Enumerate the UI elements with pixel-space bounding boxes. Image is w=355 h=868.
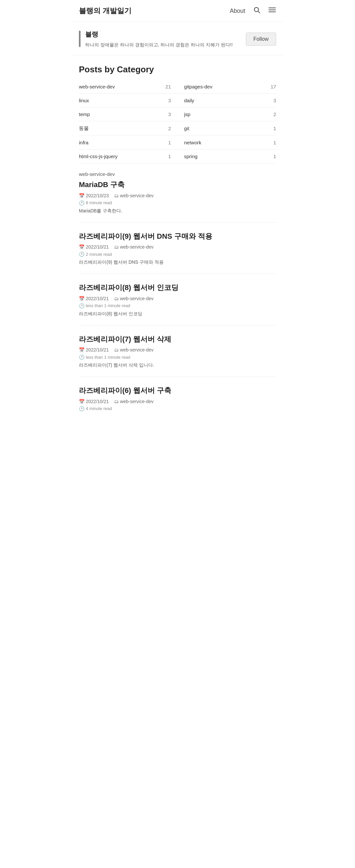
article-title[interactable]: 라즈베리파이(6) 웹서버 구축 bbox=[79, 386, 276, 396]
clock-icon: 🕐 bbox=[79, 406, 85, 411]
category-count: 2 bbox=[273, 112, 276, 117]
category-count: 17 bbox=[270, 84, 276, 89]
folder-icon: 🗂 bbox=[114, 296, 119, 301]
category-row-4: 동물 2 git 1 bbox=[79, 121, 276, 136]
header-nav: About bbox=[230, 6, 276, 16]
article-read-time: 🕐 2 minute read bbox=[79, 251, 276, 257]
date-text: 2022/10/21 bbox=[86, 244, 109, 250]
article-read-time: 🕐 less than 1 minute read bbox=[79, 303, 276, 308]
profile-info: 블랭 하나의 장애물은 하나의 경험이되고, 하나의 경험은 하나의 지혜가 된… bbox=[85, 30, 240, 48]
category-text: web-service-dev bbox=[120, 193, 154, 198]
article-title[interactable]: 라즈베리파이(7) 웹서버 삭제 bbox=[79, 335, 276, 344]
category-text: web-service-dev bbox=[120, 244, 154, 250]
category-count: 3 bbox=[168, 98, 171, 103]
category-name: network bbox=[184, 140, 201, 145]
category-name: 동물 bbox=[79, 125, 89, 131]
article-title[interactable]: MariaDB 구축 bbox=[79, 180, 276, 190]
clock-icon: 🕐 bbox=[79, 303, 85, 308]
calendar-icon: 📅 bbox=[79, 347, 85, 352]
category-item-daily[interactable]: daily 3 bbox=[178, 94, 276, 107]
search-icon[interactable] bbox=[253, 6, 260, 16]
article-date: 📅 2022/10/21 bbox=[79, 296, 109, 301]
calendar-icon: 📅 bbox=[79, 399, 85, 404]
article-meta: 📅 2022/10/21 🗂 web-service-dev bbox=[79, 244, 276, 250]
read-time-text: less than 1 minute read bbox=[86, 355, 130, 360]
category-count: 1 bbox=[168, 140, 171, 145]
category-item-spring[interactable]: spring 1 bbox=[178, 150, 276, 163]
profile-description: 하나의 장애물은 하나의 경험이되고, 하나의 경험은 하나의 지혜가 된다!! bbox=[85, 41, 240, 48]
category-row-1: web-service-dev 21 gitpages-dev 17 bbox=[79, 80, 276, 94]
article-excerpt: 라즈베리파이(8) 웹서버 인코딩 bbox=[79, 310, 276, 317]
article-category: 🗂 web-service-dev bbox=[114, 244, 154, 250]
category-item-git[interactable]: git 1 bbox=[178, 121, 276, 136]
calendar-icon: 📅 bbox=[79, 296, 85, 301]
category-item-animals[interactable]: 동물 2 bbox=[79, 121, 178, 136]
article-read-time: 🕐 4 minute read bbox=[79, 406, 276, 411]
category-name: temp bbox=[79, 112, 90, 117]
header: 블랭의 개발일기 About bbox=[72, 0, 283, 22]
article-2: 라즈베리파이(9) 웹서버 DNS 구매와 적용 📅 2022/10/21 🗂 … bbox=[79, 232, 276, 274]
follow-button[interactable]: Follow bbox=[246, 33, 276, 46]
read-time-text: 2 minute read bbox=[86, 252, 112, 257]
folder-icon: 🗂 bbox=[114, 347, 119, 352]
category-count: 1 bbox=[168, 154, 171, 159]
calendar-icon: 📅 bbox=[79, 244, 85, 250]
date-text: 2022/10/23 bbox=[86, 193, 109, 198]
articles-section: web-service-dev MariaDB 구축 📅 2022/10/23 … bbox=[72, 163, 283, 421]
profile-section: 블랭 하나의 장애물은 하나의 경험이되고, 하나의 경험은 하나의 지혜가 된… bbox=[72, 22, 283, 55]
article-date: 📅 2022/10/21 bbox=[79, 347, 109, 352]
category-item-temp[interactable]: temp 3 bbox=[79, 107, 178, 121]
profile-name: 블랭 bbox=[85, 30, 240, 39]
menu-icon[interactable] bbox=[268, 6, 276, 16]
category-text: web-service-dev bbox=[120, 347, 154, 352]
article-read-time: 🕐 8 minute read bbox=[79, 200, 276, 206]
category-item-html-css-js-jquery[interactable]: html-css-js-jquery 1 bbox=[79, 150, 178, 163]
category-name: daily bbox=[184, 98, 194, 103]
category-item-jsp[interactable]: jsp 2 bbox=[178, 107, 276, 121]
category-row-5: infra 1 network 1 bbox=[79, 136, 276, 150]
posts-by-category-title: Posts by Category bbox=[72, 55, 283, 80]
category-count: 3 bbox=[168, 112, 171, 117]
article-date: 📅 2022/10/21 bbox=[79, 399, 109, 404]
article-1: MariaDB 구축 📅 2022/10/23 🗂 web-service-de… bbox=[79, 180, 276, 223]
category-item-linux[interactable]: linux 3 bbox=[79, 94, 178, 107]
article-meta: 📅 2022/10/23 🗂 web-service-dev bbox=[79, 193, 276, 198]
article-4: 라즈베리파이(7) 웹서버 삭제 📅 2022/10/21 🗂 web-serv… bbox=[79, 335, 276, 377]
articles-category-label: web-service-dev bbox=[79, 171, 276, 177]
article-excerpt: 라즈베리파이(9) 웹서버 DNS 구매와 적용 bbox=[79, 259, 276, 266]
folder-icon: 🗂 bbox=[114, 193, 119, 198]
category-count: 21 bbox=[165, 84, 171, 89]
site-title: 블랭의 개발일기 bbox=[79, 6, 230, 16]
category-text: web-service-dev bbox=[120, 296, 154, 301]
profile-accent-bar bbox=[79, 31, 80, 47]
category-row-3: temp 3 jsp 2 bbox=[79, 107, 276, 121]
category-item-web-service-dev[interactable]: web-service-dev 21 bbox=[79, 80, 178, 94]
article-read-time: 🕐 less than 1 minute read bbox=[79, 354, 276, 360]
folder-icon: 🗂 bbox=[114, 244, 119, 250]
article-title[interactable]: 라즈베리파이(9) 웹서버 DNS 구매와 적용 bbox=[79, 232, 276, 241]
category-item-gitpages-dev[interactable]: gitpages-dev 17 bbox=[178, 80, 276, 94]
category-name: gitpages-dev bbox=[184, 84, 212, 89]
article-5: 라즈베리파이(6) 웹서버 구축 📅 2022/10/21 🗂 web-serv… bbox=[79, 386, 276, 421]
category-row-6: html-css-js-jquery 1 spring 1 bbox=[79, 150, 276, 163]
category-name: spring bbox=[184, 154, 198, 159]
category-item-network[interactable]: network 1 bbox=[178, 136, 276, 150]
article-meta: 📅 2022/10/21 🗂 web-service-dev bbox=[79, 347, 276, 352]
about-link[interactable]: About bbox=[230, 7, 245, 14]
category-row-2: linux 3 daily 3 bbox=[79, 94, 276, 107]
article-date: 📅 2022/10/21 bbox=[79, 244, 109, 250]
category-text: web-service-dev bbox=[120, 399, 154, 404]
clock-icon: 🕐 bbox=[79, 251, 85, 257]
category-name: linux bbox=[79, 98, 89, 103]
article-category: 🗂 web-service-dev bbox=[114, 296, 154, 301]
article-meta: 📅 2022/10/21 🗂 web-service-dev bbox=[79, 399, 276, 404]
article-category: 🗂 web-service-dev bbox=[114, 347, 154, 352]
category-count: 3 bbox=[273, 98, 276, 103]
category-grid: web-service-dev 21 gitpages-dev 17 linux… bbox=[72, 80, 283, 163]
article-title[interactable]: 라즈베리파이(8) 웹서버 인코딩 bbox=[79, 283, 276, 292]
category-name: web-service-dev bbox=[79, 84, 115, 89]
category-count: 1 bbox=[273, 154, 276, 159]
category-item-infra[interactable]: infra 1 bbox=[79, 136, 178, 150]
article-3: 라즈베리파이(8) 웹서버 인코딩 📅 2022/10/21 🗂 web-ser… bbox=[79, 283, 276, 326]
article-category: 🗂 web-service-dev bbox=[114, 193, 154, 198]
